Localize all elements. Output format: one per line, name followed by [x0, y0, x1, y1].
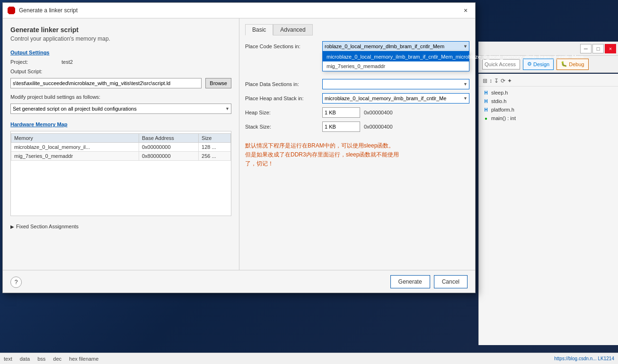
bottom-status-bar: text data bss dec hex filename https://b…	[0, 353, 618, 364]
tab-basic[interactable]: Basic	[245, 24, 273, 35]
cancel-button[interactable]: Cancel	[434, 275, 468, 288]
stack-size-label: Stack Size:	[245, 124, 318, 130]
stack-size-input[interactable]	[322, 121, 360, 132]
tree-icon-1: ⊞	[483, 78, 487, 84]
blog-link: https://blog.csdn.n... LK1214	[554, 356, 614, 361]
dialog-heading: Generate linker script	[10, 26, 231, 34]
col-memory: Memory	[11, 134, 139, 143]
fixed-section-toggle[interactable]: ▶ Fixed Section Assignments	[10, 224, 231, 229]
size-cell-2: 256 ...	[199, 152, 231, 161]
dialog-title: Generate a linker script	[19, 7, 78, 14]
output-script-row: Output Script:	[10, 69, 231, 74]
project-value: test2	[62, 59, 73, 65]
tabs-container: Basic Advanced	[245, 24, 469, 35]
help-button[interactable]: ?	[10, 277, 22, 288]
fixed-section-label: Fixed Section Assignments	[16, 224, 79, 229]
ide-close-button[interactable]: ×	[605, 44, 616, 53]
col-size: Size	[199, 134, 231, 143]
fixed-section-arrow-icon: ▶	[10, 224, 14, 229]
project-row: Project: test2	[10, 59, 231, 65]
h-file-icon-3: H	[483, 106, 489, 113]
hw-memory-table: Memory Base Address Size microblaze_0_lo…	[11, 133, 231, 161]
size-cell-1: 128 ...	[199, 143, 231, 152]
project-label: Project:	[10, 59, 58, 65]
heap-size-label: Heap Size:	[245, 110, 318, 115]
tree-icon-4: ⟳	[501, 78, 505, 84]
place-data-dropdown-wrapper[interactable]	[322, 79, 469, 89]
generate-button[interactable]: Generate	[390, 275, 430, 288]
browse-button[interactable]: Browse	[205, 78, 231, 88]
place-code-dropdown-wrapper: ▼ microblaze_0_local_memory_ilmb_bram_if…	[322, 41, 469, 52]
hw-memory-section: Hardware Memory Map Memory Base Address …	[10, 121, 231, 216]
base-cell-2: 0x80000000	[139, 152, 198, 161]
dropdown-popup-item-1[interactable]: microblaze_0_local_memory_ilmb_bram_if_c…	[323, 52, 469, 61]
dialog-app-icon	[8, 7, 15, 14]
hw-memory-table-container: Memory Base Address Size microblaze_0_lo…	[10, 131, 231, 216]
dropdown-popup-item-2[interactable]: mig_7series_0_memaddr	[323, 61, 469, 71]
heap-hex-value: 0x00000400	[364, 110, 393, 115]
place-code-label: Place Code Sections in:	[245, 43, 318, 49]
output-script-label: Output Script:	[10, 69, 58, 74]
design-button[interactable]: ⚙ Design	[523, 59, 554, 70]
base-cell-1: 0x00000000	[139, 143, 198, 152]
place-code-input[interactable]	[322, 41, 469, 52]
design-icon: ⚙	[527, 61, 532, 67]
output-settings-label: Output Settings	[10, 50, 231, 55]
tree-icon-3: ↧	[494, 78, 499, 84]
build-config-row: Set generated script on all project buil…	[10, 104, 231, 114]
dialog-subheading: Control your application's memory map.	[10, 35, 231, 42]
output-script-input[interactable]	[10, 78, 202, 88]
heap-size-input[interactable]	[322, 107, 360, 118]
place-data-dropdown[interactable]	[322, 79, 469, 89]
heap-size-row: Heap Size: 0x00000400	[245, 107, 469, 118]
file-tree-item-stdio[interactable]: H stdio.h	[479, 97, 618, 105]
place-heap-row: Place Heap and Stack in: microblaze_0_lo…	[245, 93, 469, 104]
note-text: 默认情况下程序是运行在BRAM中的，可以使用sleep函数。 但是如果改成了在D…	[245, 141, 469, 169]
tree-icon-5: ✦	[507, 78, 512, 84]
place-data-label: Place Data Sections in:	[245, 81, 318, 87]
modify-label: Modify project build settings as follows…	[10, 94, 231, 100]
stack-hex-value: 0x00000400	[364, 124, 393, 130]
col-base: Base Address	[139, 134, 198, 143]
place-heap-dropdown-wrapper[interactable]: microblaze_0_local_memory_ilmb_bram_if_c…	[322, 93, 469, 104]
file-tree-item-main[interactable]: ● main() : int	[479, 114, 618, 122]
build-config-dropdown[interactable]: Set generated script on all project buil…	[10, 104, 231, 114]
debug-icon: 🐛	[561, 61, 567, 67]
memory-cell-2: mig_7series_0_memaddr	[11, 152, 139, 161]
linker-script-dialog: Generate a linker script × Generate link…	[2, 2, 476, 293]
file-tree-item-platform[interactable]: H platform.h	[479, 105, 618, 114]
quick-access-input[interactable]	[482, 59, 520, 69]
maximize-button[interactable]: □	[592, 44, 604, 53]
debug-button[interactable]: 🐛 Debug	[556, 59, 588, 70]
memory-cell-1: microblaze_0_local_memory_il...	[11, 143, 139, 152]
titlebar-left: Generate a linker script	[8, 7, 78, 14]
output-script-input-row: Browse	[10, 78, 231, 88]
dialog-body: Generate linker script Control your appl…	[3, 18, 475, 293]
cpp-file-icon: ●	[483, 115, 489, 121]
h-file-icon: H	[483, 89, 489, 96]
tab-advanced[interactable]: Advanced	[273, 24, 312, 35]
dialog-footer: ? Generate Cancel	[3, 270, 475, 293]
stack-size-row: Stack Size: 0x00000400	[245, 121, 469, 132]
right-panel: Basic Advanced Place Code Sections in: ▼…	[239, 18, 475, 293]
table-row: mig_7series_0_memaddr 0x80000000 256 ...	[11, 152, 231, 161]
file-tree-item-sleep[interactable]: H sleep.h	[479, 88, 618, 97]
dialog-titlebar: Generate a linker script ×	[3, 3, 475, 18]
table-row: microblaze_0_local_memory_il... 0x000000…	[11, 143, 231, 152]
left-panel: Generate linker script Control your appl…	[3, 18, 239, 293]
dialog-close-button[interactable]: ×	[461, 6, 470, 15]
place-heap-dropdown[interactable]: microblaze_0_local_memory_ilmb_bram_if_c…	[322, 93, 469, 104]
minimize-button[interactable]: ─	[580, 44, 592, 53]
file-tree-panel: ⊞ ↕ ↧ ⟳ ✦ H sleep.h H stdio.h H platform…	[478, 74, 618, 345]
tree-icon-2: ↕	[489, 78, 492, 84]
hw-memory-label: Hardware Memory Map	[10, 121, 231, 127]
place-data-row: Place Data Sections in:	[245, 79, 469, 89]
place-code-row: Place Code Sections in: ▼ microblaze_0_l…	[245, 41, 469, 52]
h-file-icon-2: H	[483, 98, 489, 104]
place-heap-label: Place Heap and Stack in:	[245, 95, 318, 101]
place-code-dropdown-popup: microblaze_0_local_memory_ilmb_bram_if_c…	[322, 52, 469, 71]
